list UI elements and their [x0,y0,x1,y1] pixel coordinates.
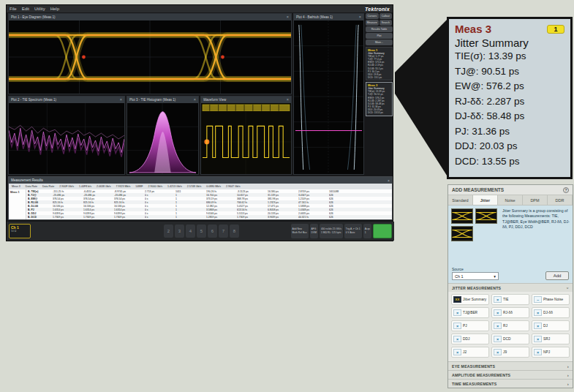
section-label: AMPLITUDE MEASUREMENTS [452,373,510,377]
measurement-label: TJ@BER [463,311,477,314]
measurement-option[interactable]: × RJ [491,320,529,331]
measurement-option[interactable]: XX Jitter Summary [451,294,489,305]
measurement-option[interactable]: × DCD [491,333,529,344]
channel1-badge[interactable]: Ch 1 50 Ω [9,224,31,238]
measurement-option[interactable]: ~ Phase Noise [532,294,570,305]
measurement-label: Jitter Summary [463,298,486,301]
measurement-option[interactable]: × TJ@BER [451,307,489,318]
measurement-option[interactable]: × SRJ [532,333,570,344]
measurement-option[interactable]: × TIE [491,294,529,305]
channel-button[interactable]: 5 [197,225,206,238]
tab-noise[interactable]: Noise [498,195,523,205]
horizontal-badge[interactable]: 400 ns/div 25 GS/s 1 MΩ RL: 125 kpts [320,224,343,238]
channel-button[interactable]: 4 [186,225,195,238]
summary-cell: 2.0638 Gb/s [97,185,111,188]
results-summary-row: Meas 3Data RateData Rate2.900F Gb/s1.44F… [9,184,392,189]
waveform-canvas [201,103,291,174]
toolbar-button[interactable]: More... [366,39,393,45]
toolbar-button[interactable]: Measure [366,20,379,26]
plot-bathtub[interactable]: Plot 4 - Bathtub (Meas 1) × [293,13,364,175]
close-icon[interactable]: × [388,178,390,183]
measurement-option[interactable]: × NPJ [532,347,570,358]
measurement-value: EW@: 576.2 ps [455,79,564,94]
spectrum-canvas [9,103,124,174]
plot-title: Plot 4 - Bathtub (Meas 1) [296,15,359,19]
add-button[interactable]: Add [545,271,569,280]
section-jitter-measurements[interactable]: JITTER MEASUREMENTS › [448,283,573,292]
run-stop-button[interactable] [373,224,392,238]
section-header[interactable]: EYE MEASUREMENTS › [448,361,573,370]
close-icon[interactable]: × [359,15,361,20]
source-value: Ch 1 [455,274,464,279]
toolbar-button[interactable]: Cursors [366,13,379,19]
tab-ddr[interactable]: DDR [548,195,573,205]
measurement-option[interactable]: × J2 [451,347,489,358]
section-label: TIME MEASUREMENTS [452,382,496,386]
channel-button[interactable]: 3 [175,225,184,238]
menu-item[interactable]: Help [50,7,59,11]
menu-item[interactable]: File [10,7,17,11]
summary-cell: 0.0880 Mb/s [206,185,221,188]
close-icon[interactable]: × [194,98,196,102]
measurement-label: DDJ [463,337,469,341]
plot-header: Waveform View × [201,97,291,103]
channel-button[interactable]: 8 [230,225,239,238]
trigger-badge[interactable]: Trig A ↗ Ch 1 0 V Auto [344,224,362,238]
tab-dpm[interactable]: DPM [523,195,548,205]
eye-thumbnail-icon [451,226,473,241]
summary-cell: 1488F [135,185,143,188]
tab-standard[interactable]: Standard [448,195,473,205]
channel-button[interactable]: 6 [208,225,217,238]
tab-jitter[interactable]: Jitter [473,195,498,205]
summary-cell: Data Rate [26,185,37,188]
source-select[interactable]: Ch 1 ▾ [452,272,499,280]
meas1-badge[interactable]: Meas 1 Jitter Summary TIE(σ): 5.77 psTJ@… [366,47,393,80]
add-measurements-header: ADD MEASUREMENTS ? [448,185,573,195]
plot-title: Plot 3 - TIE Histogram (Meas 1) [129,98,194,102]
plot-tie-spectrum[interactable]: Plot 2 - TIE Spectrum (Meas 1) × [8,96,125,175]
badge-line: DCD: 13.1 ps [368,76,390,79]
measurement-label: TIE [503,298,508,301]
plot-waveform-view[interactable]: Waveform View × [200,96,292,175]
table-row: B- PJ 1.6314 ps1.6314 ps 1.6314 ps0 s 13… [26,208,392,211]
menu-item[interactable]: Edit [22,7,29,11]
add-new-buttons[interactable]: Add New Math Ref Bus [291,224,309,238]
measurement-option[interactable]: × PJ [451,320,489,331]
count-badge: 1 [547,25,564,34]
measurement-option[interactable]: × DJ-δδ [532,307,570,318]
acquisition-badge[interactable]: Acqs 1 [363,224,371,238]
close-icon[interactable]: × [287,15,289,20]
section-header[interactable]: AMPLITUDE MEASUREMENTS › [448,370,573,379]
measurement-icon: × [494,323,502,329]
meas3-badge[interactable]: Meas 3 Jitter Summary TIE(σ): 13.39 psTJ… [366,82,393,116]
table-row: B- TIE(σ) -151.25 fs-6.4551 ps -8.9745 p… [26,189,392,193]
summary-cell: Data Rate [42,185,54,188]
help-icon[interactable]: ? [563,187,569,193]
toolbar-button[interactable]: Plot [366,33,393,39]
toolbar-button[interactable]: Search [379,20,393,26]
measurement-option[interactable]: × DJ [532,320,570,331]
measurement-option[interactable]: × J9 [491,347,529,358]
measurement-icon: × [453,336,461,342]
meas3-callout-zoom: Meas 3 1 Jitter Summary TIE(σ): 13.39 ps… [447,17,573,179]
section-header[interactable]: TIME MEASUREMENTS › [448,379,573,388]
measurement-label: Phase Noise [543,298,563,301]
toolbar-button[interactable]: Callout [379,13,393,19]
toolbar-button[interactable]: Results Table [366,26,393,32]
measurement-results-panel: Measurement Results × Meas 3Data RateDat… [8,176,393,220]
channel-button[interactable]: 2 [164,225,173,238]
measurement-option[interactable]: × RJ-δδ [491,307,529,318]
close-icon[interactable]: × [287,98,289,102]
menu-item[interactable]: Utility [34,7,45,11]
measurement-label: PJ [463,324,467,328]
channel-button[interactable]: 7 [219,225,228,238]
eye-diagram-canvas [9,20,291,94]
measurement-label: J2 [463,350,467,354]
plot-eye-diagram[interactable]: Plot 1 - Eye Diagram (Meas 1) × [8,13,292,94]
plot-tie-histogram[interactable]: Plot 3 - TIE Histogram (Meas 1) × [126,96,199,175]
afg-dvm-buttons[interactable]: AFG DVM [310,224,318,238]
measurement-option[interactable]: × DDJ [451,333,489,344]
table-row: B- DDJ 9.6393 ps9.6393 ps 9.6393 ps0 s 1… [26,211,392,215]
oscilloscope-screen: FileEditUtilityHelp Tektronix Plot 1 - E… [6,4,393,241]
close-icon[interactable]: × [120,98,122,102]
